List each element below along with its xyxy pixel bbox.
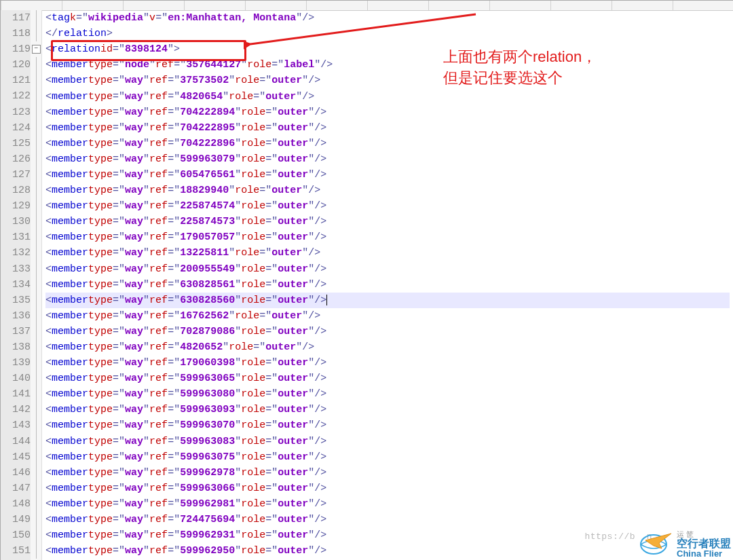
line-number: 127 xyxy=(1,167,35,183)
line-number: 131 xyxy=(1,229,35,245)
line-number: 132 xyxy=(1,245,35,261)
ruler xyxy=(1,1,733,11)
line-number: 119 xyxy=(1,41,35,57)
code-line[interactable]: <member type="way" ref="702879086" role=… xyxy=(45,324,730,339)
line-number: 122 xyxy=(1,88,35,104)
code-line[interactable]: <member type="way" ref="605476561" role=… xyxy=(45,167,730,183)
line-number: 133 xyxy=(1,261,35,277)
watermark: 运 筐 空行者联盟 China Flier xyxy=(639,531,731,558)
code-line[interactable]: <member type="way" ref="599963070" role=… xyxy=(45,417,730,433)
code-line[interactable]: <member type="way" ref="225874574" role=… xyxy=(45,198,730,214)
line-number: 147 xyxy=(1,481,35,496)
code-line[interactable]: </relation> xyxy=(45,26,730,41)
code-line[interactable]: <member type="way" ref="599963080" role=… xyxy=(45,386,730,402)
watermark-brand-en: China Flier xyxy=(677,549,731,558)
code-line[interactable]: <member type="way" ref="599962981" role=… xyxy=(45,496,730,512)
code-line[interactable]: <member type="way" ref="179060398" role=… xyxy=(45,355,730,371)
line-number: 140 xyxy=(1,371,35,386)
line-number: 125 xyxy=(1,136,35,151)
line-number-gutter[interactable]: 1171181191201211221231241251261271281291… xyxy=(1,10,31,560)
code-line[interactable]: <member type="way" ref="4820652" role="o… xyxy=(45,339,730,355)
code-line[interactable]: <member type="way" ref="37573502" role="… xyxy=(45,73,730,88)
code-line[interactable]: <relation id="8398124"> xyxy=(45,41,730,57)
line-number: 150 xyxy=(1,527,35,543)
code-line[interactable]: <member type="way" ref="599963075" role=… xyxy=(45,449,730,465)
line-number: 121 xyxy=(1,73,35,88)
line-number: 123 xyxy=(1,105,35,120)
code-line[interactable]: <member type="way" ref="599962950" role=… xyxy=(45,543,730,559)
watermark-brand-cn: 空行者联盟 xyxy=(677,538,731,549)
line-number: 136 xyxy=(1,308,35,324)
code-line[interactable]: <member type="way" ref="179057057" role=… xyxy=(45,229,730,245)
code-line[interactable]: <member type="way" ref="599963065" role=… xyxy=(45,371,730,386)
annotation-line-2: 但是记住要选这个 xyxy=(443,68,597,89)
annotation-line-1: 上面也有两个relation， xyxy=(443,47,597,68)
line-number: 120 xyxy=(1,57,35,73)
line-number: 134 xyxy=(1,277,35,293)
code-line[interactable]: <member type="way" ref="18829940" role="… xyxy=(45,183,730,198)
code-line[interactable]: <member type="way" ref="599963066" role=… xyxy=(45,481,730,496)
fold-gutter[interactable]: − xyxy=(31,10,42,560)
globe-plane-icon xyxy=(639,531,674,558)
code-line[interactable]: <member type="way" ref="599963093" role=… xyxy=(45,402,730,417)
code-line[interactable]: <member type="way" ref="704222895" role=… xyxy=(45,120,730,136)
line-number: 145 xyxy=(1,449,35,465)
code-line[interactable]: <member type="way" ref="704222896" role=… xyxy=(45,136,730,151)
code-line[interactable]: <member type="way" ref="13225811" role="… xyxy=(45,245,730,261)
line-number: 141 xyxy=(1,386,35,402)
line-number: 138 xyxy=(1,339,35,355)
annotation-text: 上面也有两个relation， 但是记住要选这个 xyxy=(443,47,597,89)
code-line[interactable]: <member type="way" ref="704222894" role=… xyxy=(45,105,730,120)
code-line[interactable]: <member type="way" ref="599963079" role=… xyxy=(45,151,730,167)
code-line[interactable]: <member type="way" ref="16762562" role="… xyxy=(45,308,730,324)
line-number: 129 xyxy=(1,198,35,214)
line-number: 117 xyxy=(1,10,35,26)
line-number: 128 xyxy=(1,183,35,198)
code-editor[interactable]: 1171181191201211221231241251261271281291… xyxy=(0,0,733,560)
line-number: 146 xyxy=(1,465,35,481)
line-number: 149 xyxy=(1,512,35,527)
line-number: 143 xyxy=(1,417,35,433)
code-line[interactable]: <member type="way" ref="599963083" role=… xyxy=(45,434,730,449)
code-line[interactable]: <member type="way" ref="200955549" role=… xyxy=(45,261,730,277)
line-number: 126 xyxy=(1,151,35,167)
line-number: 124 xyxy=(1,120,35,136)
code-line[interactable]: <member type="way" ref="4820654" role="o… xyxy=(45,88,730,104)
code-line[interactable]: <member type="way" ref="599962978" role=… xyxy=(45,465,730,481)
line-number: 144 xyxy=(1,434,35,449)
line-number: 139 xyxy=(1,355,35,371)
code-line[interactable]: <member type="node" ref="357644127" role… xyxy=(45,57,730,73)
code-line[interactable]: <tag k="wikipedia" v="en:Manhattan, Mont… xyxy=(45,10,730,26)
fold-toggle-icon[interactable]: − xyxy=(32,45,41,54)
code-line[interactable]: <member type="way" ref="225874573" role=… xyxy=(45,214,730,229)
line-number: 137 xyxy=(1,324,35,339)
line-number: 118 xyxy=(1,26,35,41)
line-number: 135 xyxy=(1,293,35,308)
line-number: 148 xyxy=(1,496,35,512)
code-area[interactable]: <tag k="wikipedia" v="en:Manhattan, Mont… xyxy=(41,10,733,560)
code-line[interactable]: <member type="way" ref="724475694" role=… xyxy=(45,512,730,527)
line-number: 130 xyxy=(1,214,35,229)
line-number: 142 xyxy=(1,402,35,417)
line-number: 151 xyxy=(1,543,35,559)
code-line[interactable]: <member type="way" ref="630828560" role=… xyxy=(45,293,730,308)
code-line[interactable]: <member type="way" ref="630828561" role=… xyxy=(45,277,730,293)
